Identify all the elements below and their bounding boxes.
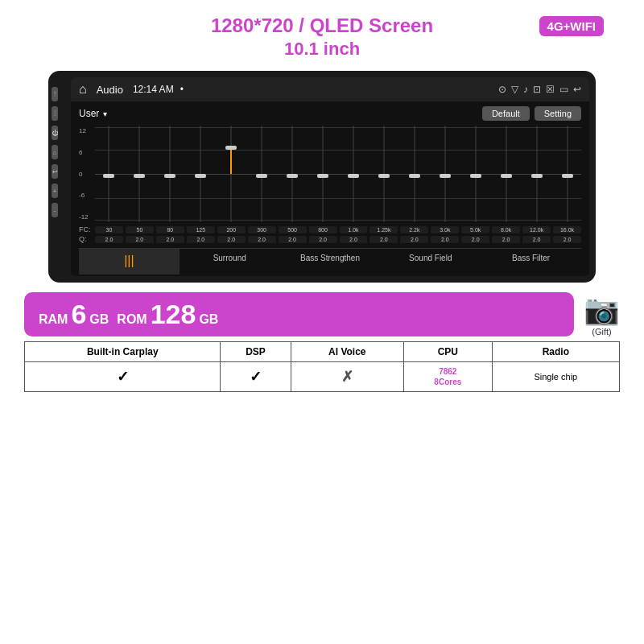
slider-thumb-5[interactable] [256,174,267,178]
eq-slider-2[interactable] [156,126,184,222]
eq-slider-8[interactable] [340,126,368,222]
side-buttons: MIC RST ⏻ ⌂ ↩ + - [52,87,58,217]
wifi-icon: ▽ [511,84,518,95]
slider-thumb-9[interactable] [378,174,390,178]
fc-val-12: 5.0k [461,226,489,233]
db-label-12: 12 [79,127,95,134]
eq-slider-3[interactable] [187,126,215,222]
slider-thumb-12[interactable] [470,174,481,178]
fc-values: 3050801252003005008001.0k1.25k2.2k3.0k5.… [95,226,581,233]
camera-icon: ⊡ [533,84,541,95]
q-values: 2.02.02.02.02.02.02.02.02.02.02.02.02.02… [95,236,581,243]
eq-slider-10[interactable] [400,126,428,222]
slider-thumb-13[interactable] [501,174,512,178]
vol-up-button[interactable]: + [52,184,58,198]
fc-val-4: 200 [217,226,246,233]
db-label-0: 0 [79,171,95,178]
bottom-section: RAM 6 GB ROM 128 GB 📷 (Gift) [0,283,644,341]
slider-thumb-15[interactable] [562,174,573,178]
db-label-neg12: -12 [79,213,95,221]
ram-unit: GB [89,312,109,327]
db-label-neg6: -6 [79,192,95,199]
slider-thumb-8[interactable] [348,174,359,178]
fc-val-9: 1.25k [369,226,398,233]
eq-slider-0[interactable] [95,126,123,222]
q-val-15: 2.0 [553,236,581,243]
rst-button[interactable]: RST [52,106,58,121]
slider-thumb-11[interactable] [440,174,451,178]
status-icons: ⊙ ▽ ♪ ⊡ ☒ ▭ ↩ [498,84,581,95]
eq-area: User ▾ Default Setting 12 6 0 -6 -12 [71,101,589,276]
ram-value: 6 [71,299,86,330]
camera-device-icon: 📷 [584,293,620,327]
mic-button[interactable]: MIC [52,87,58,101]
fc-val-14: 12.0k [522,226,551,233]
rom-label: ROM [117,312,147,327]
q-val-6: 2.0 [279,236,307,243]
eq-slider-12[interactable] [461,126,489,222]
eq-slider-1[interactable] [126,126,154,222]
eq-sliders [95,126,581,222]
home-side-button[interactable]: ⌂ [52,145,58,159]
slider-thumb-1[interactable] [134,174,145,178]
eq-slider-11[interactable] [431,126,459,222]
slider-thumb-0[interactable] [103,174,114,178]
slider-thumb-10[interactable] [409,174,420,178]
eq-preset-selector[interactable]: User ▾ [79,108,107,119]
q-val-2: 2.0 [156,236,184,243]
audio-title: Audio [97,84,123,96]
setting-button[interactable]: Setting [535,106,581,121]
db-labels: 12 6 0 -6 -12 [79,126,95,222]
eq-slider-5[interactable] [248,126,276,222]
eq-slider-13[interactable] [492,126,520,222]
status-dot: • [180,84,184,95]
vol-down-button[interactable]: - [52,203,58,217]
gift-label: (Gift) [592,327,611,336]
default-button[interactable]: Default [482,106,530,121]
back-nav-icon[interactable]: ↩ [573,84,581,95]
slider-thumb-7[interactable] [317,174,328,178]
tab-bass-filter[interactable]: Bass Filter [481,249,581,275]
cpu-info: 78628Cores [403,362,492,392]
power-button[interactable]: ⏻ [52,126,58,140]
back-button[interactable]: ↩ [52,164,58,179]
home-icon[interactable]: ⌂ [79,82,87,97]
device-frame: MIC RST ⏻ ⌂ ↩ + - ⌂ Audio 12:14 AM • ⊙ [48,71,596,283]
tab-equalizer[interactable]: ||| [79,249,180,275]
q-val-14: 2.0 [522,236,551,243]
tab-bass-strengthen[interactable]: Bass Strengthen [280,249,381,275]
wifi-badge: 4G+WIFI [539,16,604,36]
feature-table: Built-in Carplay DSP AI Voice CPU Radio … [24,341,620,392]
fc-val-2: 80 [156,226,184,233]
dsp-check: ✓ [221,362,291,392]
eq-slider-4[interactable] [217,126,246,222]
fc-val-7: 800 [309,226,337,233]
top-section: 1280*720 / QLED Screen 4G+WIFI 10.1 inch [0,0,644,66]
tab-surround[interactable]: Surround [180,249,280,275]
slider-thumb-14[interactable] [531,174,543,178]
slider-thumb-2[interactable] [164,174,175,178]
slider-thumb-4[interactable] [225,146,237,150]
eq-slider-7[interactable] [309,126,337,222]
col-cpu: CPU [403,342,492,362]
fc-val-13: 8.0k [492,226,520,233]
eq-slider-14[interactable] [522,126,551,222]
eq-slider-9[interactable] [369,126,398,222]
slider-thumb-6[interactable] [287,174,298,178]
slider-thumb-3[interactable] [195,174,206,178]
rom-unit: GB [199,312,218,327]
location-icon: ⊙ [498,84,506,95]
fc-val-11: 3.0k [431,226,459,233]
eq-slider-6[interactable] [279,126,307,222]
q-val-12: 2.0 [461,236,489,243]
surround-label: Surround [213,254,246,262]
ram-label: RAM [39,312,68,327]
q-row: Q: 2.02.02.02.02.02.02.02.02.02.02.02.02… [79,235,581,243]
clock: 12:14 AM [133,84,174,95]
tab-sound-field[interactable]: Sound Field [380,249,481,275]
fc-row: FC: 3050801252003005008001.0k1.25k2.2k3.… [79,225,581,233]
size-spec: 10.1 inch [8,39,636,60]
close-icon: ☒ [546,84,555,95]
bass-strengthen-label: Bass Strengthen [300,254,360,262]
eq-slider-15[interactable] [553,126,581,222]
